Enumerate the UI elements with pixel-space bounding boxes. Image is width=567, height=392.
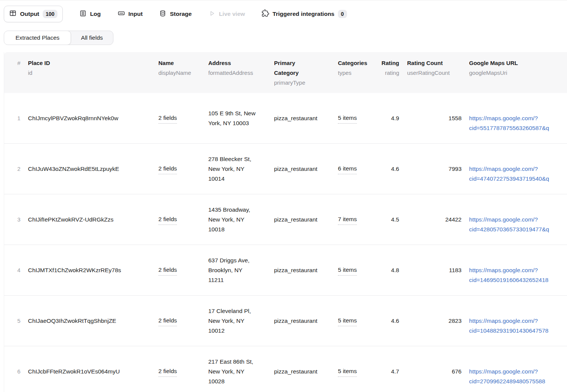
name-cell: 2 fields [158, 316, 208, 326]
categories-items-expander[interactable]: 5 items [338, 316, 357, 326]
categories-cell: 5 items [338, 316, 380, 326]
name-fields-expander[interactable]: 2 fields [158, 265, 177, 276]
output-count-badge: 100 [43, 10, 57, 18]
categories-cell: 5 items [338, 265, 380, 276]
integrations-count-badge: 0 [338, 10, 347, 18]
primary-category-cell: pizza_restaurant [274, 164, 338, 174]
categories-items-expander[interactable]: 6 items [338, 164, 357, 174]
maps-url-cell: https://maps.google.com/? cid=1469501916… [469, 256, 567, 285]
view-tab-extracted-places[interactable]: Extracted Places [4, 31, 71, 45]
puzzle-icon [262, 9, 269, 19]
primary-category-cell: pizza_restaurant [274, 316, 338, 326]
table-icon [9, 9, 17, 19]
categories-items-expander[interactable]: 5 items [338, 366, 357, 377]
rating-cell: 4.6 [380, 164, 407, 174]
tab-input-label: Input [129, 11, 143, 17]
column-header-rating: Rating rating [380, 58, 407, 88]
column-header-address: Address formattedAddress [208, 58, 274, 88]
tab-output[interactable]: Output 100 [4, 6, 63, 22]
name-cell: 2 fields [158, 214, 208, 225]
name-fields-expander[interactable]: 2 fields [158, 316, 177, 326]
play-icon [208, 10, 215, 19]
column-header-rating-count: Rating Count userRatingCount [407, 58, 469, 88]
log-icon [79, 10, 87, 19]
tab-output-label: Output [20, 11, 39, 17]
name-fields-expander[interactable]: 2 fields [158, 366, 177, 377]
maps-url-cell: https://maps.google.com/? cid=5517787875… [469, 104, 567, 133]
column-header-maps-url: Google Maps URL googleMapsUri [469, 58, 567, 88]
row-index: 4 [4, 265, 28, 275]
tab-log[interactable]: Log [79, 10, 101, 19]
google-maps-link[interactable]: https://maps.google.com/? cid=2709962248… [469, 368, 545, 384]
rating-cell: 4.9 [380, 113, 407, 123]
tab-live-view: Live view [208, 10, 245, 19]
primary-category-cell: pizza_restaurant [274, 215, 338, 225]
table-header: # Place ID id Name displayName Address f… [4, 52, 567, 93]
tab-storage[interactable]: Storage [159, 10, 192, 19]
address-cell: 217 East 86th St, New York, NY 10028 [208, 357, 274, 386]
table-row: 1 ChIJmcylPBVZwokRq8rnnNYek0w 2 fields 1… [4, 93, 567, 144]
column-header-primary-category: Primary Category primaryType [274, 58, 338, 88]
primary-category-cell: pizza_restaurant [274, 265, 338, 275]
address-cell: 105 E 9th St, New York, NY 10003 [208, 108, 274, 128]
primary-category-cell: pizza_restaurant [274, 113, 338, 123]
rating-count-cell: 24422 [407, 215, 469, 225]
column-header-name: Name displayName [158, 58, 208, 88]
name-fields-expander[interactable]: 2 fields [158, 113, 177, 124]
run-toolbar: Output 100 Log [0, 0, 567, 28]
place-id-cell: ChIJifIePKtZwokRVZ-UdRGkZzs [28, 215, 158, 225]
tab-triggered-integrations-label: Triggered integrations [273, 11, 335, 17]
rating-cell: 4.6 [380, 316, 407, 326]
categories-cell: 7 items [338, 214, 380, 225]
column-header-categories: Categories types [338, 58, 380, 88]
rating-count-cell: 1183 [407, 265, 469, 275]
categories-cell: 5 items [338, 113, 380, 124]
name-cell: 2 fields [158, 113, 208, 124]
name-fields-expander[interactable]: 2 fields [158, 164, 177, 174]
rating-count-cell: 2823 [407, 316, 469, 326]
tab-live-view-label: Live view [219, 11, 245, 17]
categories-items-expander[interactable]: 7 items [338, 214, 357, 225]
results-table: # Place ID id Name displayName Address f… [4, 52, 567, 392]
maps-url-cell: https://maps.google.com/? cid=4280570365… [469, 205, 567, 234]
place-id-cell: ChIJMTXf1ChZwokR2WKzrREy78s [28, 265, 158, 275]
categories-cell: 6 items [338, 164, 380, 174]
table-body: 1 ChIJmcylPBVZwokRq8rnnNYek0w 2 fields 1… [4, 93, 567, 392]
place-id-cell: ChIJaeOQ3IhZwokRtTqgShbnjZE [28, 316, 158, 326]
storage-icon [159, 10, 166, 19]
tab-storage-label: Storage [170, 11, 192, 17]
place-id-cell: ChIJuW43oZNZwokRdE5tLzpuykE [28, 164, 158, 174]
address-cell: 17 Cleveland Pl, New York, NY 10012 [208, 306, 274, 336]
table-row: 2 ChIJuW43oZNZwokRdE5tLzpuykE 2 fields 2… [4, 144, 567, 194]
name-cell: 2 fields [158, 366, 208, 377]
categories-items-expander[interactable]: 5 items [338, 265, 357, 276]
table-row: 4 ChIJMTXf1ChZwokR2WKzrREy78s 2 fields 6… [4, 245, 567, 296]
google-maps-link[interactable]: https://maps.google.com/? cid=1469501916… [469, 267, 548, 283]
row-index: 1 [4, 113, 28, 123]
google-maps-link[interactable]: https://maps.google.com/? cid=4740722753… [469, 166, 549, 182]
view-tab-all-fields[interactable]: All fields [71, 31, 113, 45]
tab-triggered-integrations[interactable]: Triggered integrations 0 [262, 9, 347, 19]
address-cell: 1435 Broadway, New York, NY 10018 [208, 205, 274, 234]
name-fields-expander[interactable]: 2 fields [158, 214, 177, 225]
google-maps-link[interactable]: https://maps.google.com/? cid=1048829319… [469, 318, 548, 334]
primary-category-cell: pizza_restaurant [274, 367, 338, 377]
rating-count-cell: 7993 [407, 164, 469, 174]
tab-input[interactable]: Input [118, 9, 143, 19]
google-maps-link[interactable]: https://maps.google.com/? cid=5517787875… [469, 115, 549, 131]
table-row: 3 ChIJifIePKtZwokRVZ-UdRGkZzs 2 fields 1… [4, 194, 567, 245]
rating-cell: 4.8 [380, 265, 407, 275]
maps-url-cell: https://maps.google.com/? cid=2709962248… [469, 357, 567, 386]
name-cell: 2 fields [158, 265, 208, 276]
rating-cell: 4.7 [380, 367, 407, 377]
google-maps-link[interactable]: https://maps.google.com/? cid=4280570365… [469, 216, 549, 232]
row-index: 2 [4, 164, 28, 174]
address-cell: 637 Driggs Ave, Brooklyn, NY 11211 [208, 256, 274, 285]
run-detail-page: Output 100 Log [0, 0, 567, 392]
row-index: 6 [4, 367, 28, 377]
place-id-cell: ChIJmcylPBVZwokRq8rnnNYek0w [28, 113, 158, 123]
rating-cell: 4.5 [380, 215, 407, 225]
categories-items-expander[interactable]: 5 items [338, 113, 357, 124]
input-icon [118, 9, 125, 19]
place-id-cell: ChIJcbFFteRZwokR1oVEs064myU [28, 367, 158, 377]
